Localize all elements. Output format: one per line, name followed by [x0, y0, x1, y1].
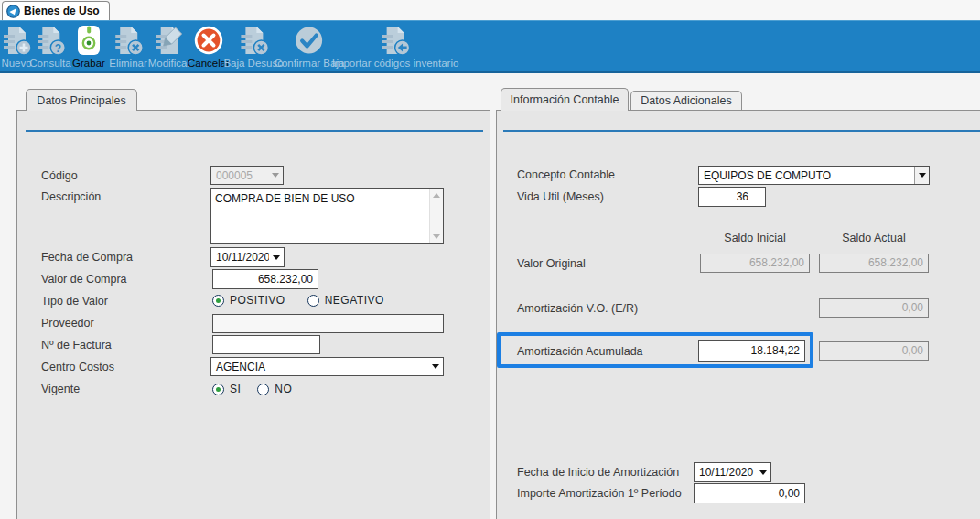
- amortizacion-acumulada-saldo-actual: 0,00: [819, 341, 929, 361]
- tipo-valor-radiogroup: POSITIVO NEGATIVO: [212, 294, 401, 307]
- vida-util-label: Vida Util (Meses): [517, 190, 604, 203]
- document-edit-icon: [153, 24, 186, 57]
- descripcion-label: Descripción: [41, 190, 101, 203]
- radio-positivo-label: POSITIVO: [230, 294, 285, 307]
- tab-datos-principales-label: Datos Principales: [37, 94, 125, 107]
- svg-text:?: ?: [54, 42, 60, 55]
- window-tab-bienes-de-uso[interactable]: Bienes de Uso: [2, 1, 110, 20]
- proveedor-label: Proveedor: [41, 317, 94, 330]
- toolbar-button-consulta[interactable]: ? Consulta: [29, 24, 70, 69]
- scroll-up-icon[interactable]: [433, 193, 440, 198]
- proveedor-input[interactable]: [212, 314, 444, 333]
- amortizacion-vo-saldo-actual: 0,00: [819, 298, 929, 318]
- concepto-contable-label: Concepto Contable: [517, 168, 615, 181]
- codigo-dropdown-icon: [268, 167, 283, 184]
- toolbar: Nuevo ? Consulta: [0, 20, 980, 73]
- concepto-contable-dropdown-icon[interactable]: [914, 167, 929, 184]
- document-add-icon: [0, 24, 33, 57]
- toolbar-label-consulta: Consulta: [29, 58, 70, 69]
- window-tab-title: Bienes de Uso: [24, 5, 100, 17]
- toolbar-button-eliminar[interactable]: Eliminar: [109, 24, 147, 69]
- toolbar-label-eliminar: Eliminar: [109, 58, 147, 69]
- toolbar-label-grabar: Grabar: [72, 58, 105, 69]
- tipo-valor-label: Tipo de Valor: [41, 295, 108, 308]
- right-panel-separator: [503, 130, 980, 132]
- radio-no-label: NO: [275, 383, 292, 395]
- fecha-inicio-amortizacion-datepicker[interactable]: 10/11/2020: [694, 462, 771, 482]
- toolbar-button-importar-codigos[interactable]: Importar códigos inventario: [332, 24, 459, 69]
- importe-amortizacion-input[interactable]: [694, 483, 805, 503]
- toolbar-button-modificar[interactable]: Modificar: [148, 24, 191, 69]
- toolbar-label-modificar: Modificar: [148, 58, 191, 69]
- codigo-label: Código: [41, 169, 78, 182]
- radio-si-label: SI: [230, 383, 241, 395]
- descripcion-field-wrap: COMPRA DE BIEN DE USO: [210, 188, 444, 244]
- valor-compra-input[interactable]: [212, 269, 318, 289]
- radio-si[interactable]: [212, 384, 224, 395]
- scroll-down-icon[interactable]: [433, 234, 440, 239]
- nro-factura-input[interactable]: [212, 335, 320, 354]
- document-delete-icon: [112, 24, 145, 57]
- fecha-compra-dropdown-icon[interactable]: [269, 248, 284, 266]
- toolbar-label-nuevo: Nuevo: [1, 58, 31, 69]
- toolbar-label-importar-codigos: Importar códigos inventario: [332, 58, 459, 69]
- radio-negativo-label: NEGATIVO: [325, 294, 384, 307]
- fecha-compra-label: Fecha de Compra: [41, 251, 133, 264]
- valor-original-saldo-actual: 658.232,00: [819, 254, 929, 273]
- concepto-contable-combobox[interactable]: EQUIPOS DE COMPUTO: [698, 166, 930, 185]
- amortizacion-acumulada-input[interactable]: [698, 340, 805, 362]
- nro-factura-label: Nº de Factura: [41, 339, 112, 351]
- tab-datos-principales[interactable]: Datos Principales: [26, 89, 137, 111]
- fecha-compra-value: 10/11/2020: [211, 251, 269, 264]
- valor-compra-label: Valor de Compra: [41, 273, 127, 286]
- radio-negativo[interactable]: [307, 295, 319, 307]
- valor-original-label: Valor Original: [517, 257, 586, 270]
- centro-costos-dropdown-icon[interactable]: [428, 358, 443, 375]
- document-remove-icon: [237, 24, 270, 57]
- toolbar-button-grabar[interactable]: Grabar: [72, 24, 105, 69]
- document-query-icon: ?: [34, 24, 67, 57]
- radio-no[interactable]: [257, 384, 269, 395]
- bienes-de-uso-window: Bienes de Uso Nuevo ?: [0, 0, 980, 519]
- descripcion-scrollbar[interactable]: [429, 189, 443, 243]
- vida-util-input[interactable]: [698, 187, 766, 207]
- tab-datos-adicionales-label: Datos Adicionales: [641, 94, 731, 107]
- vigente-label: Vigente: [41, 383, 80, 395]
- valor-original-saldo-inicial: 658.232,00: [700, 254, 810, 273]
- title-strip: Bienes de Uso: [0, 0, 980, 20]
- codigo-value: 000005: [211, 169, 268, 182]
- fecha-inicio-dropdown-icon[interactable]: [756, 463, 770, 481]
- concepto-contable-value: EQUIPOS DE COMPUTO: [699, 169, 914, 182]
- app-icon: [6, 5, 20, 18]
- descripcion-textarea[interactable]: COMPRA DE BIEN DE USO: [211, 189, 429, 243]
- radio-positivo[interactable]: [212, 295, 224, 307]
- amortizacion-vo-label: Amortización V.O. (E/R): [517, 302, 638, 315]
- tab-informacion-contable[interactable]: Información Contable: [501, 88, 629, 111]
- centro-costos-combobox[interactable]: AGENCIA: [210, 357, 444, 376]
- saldo-actual-header: Saldo Actual: [819, 232, 929, 244]
- cancel-icon: [192, 24, 225, 57]
- centro-costos-value: AGENCIA: [211, 361, 428, 373]
- centro-costos-label: Centro Costos: [41, 361, 114, 373]
- codigo-combobox: 000005: [210, 166, 284, 185]
- save-icon: [72, 24, 105, 57]
- saldo-inicial-header: Saldo Inicial: [700, 232, 810, 244]
- fecha-compra-datepicker[interactable]: 10/11/2020: [210, 247, 285, 267]
- toolbar-button-nuevo[interactable]: Nuevo: [0, 24, 33, 69]
- fecha-inicio-amortizacion-label: Fecha de Inicio de Amortización: [517, 466, 679, 479]
- vigente-radiogroup: SI NO: [212, 383, 308, 395]
- tab-datos-adicionales[interactable]: Datos Adicionales: [630, 91, 742, 110]
- confirm-check-icon: [293, 24, 326, 57]
- importe-amortizacion-label: Importe Amortización 1º Período: [517, 487, 682, 500]
- fecha-inicio-amortizacion-value: 10/11/2020: [695, 466, 756, 479]
- amortizacion-acumulada-label: Amortización Acumulada: [517, 345, 643, 358]
- tab-informacion-contable-label: Información Contable: [511, 93, 619, 106]
- document-import-icon: [379, 24, 412, 57]
- left-panel-separator: [26, 130, 483, 132]
